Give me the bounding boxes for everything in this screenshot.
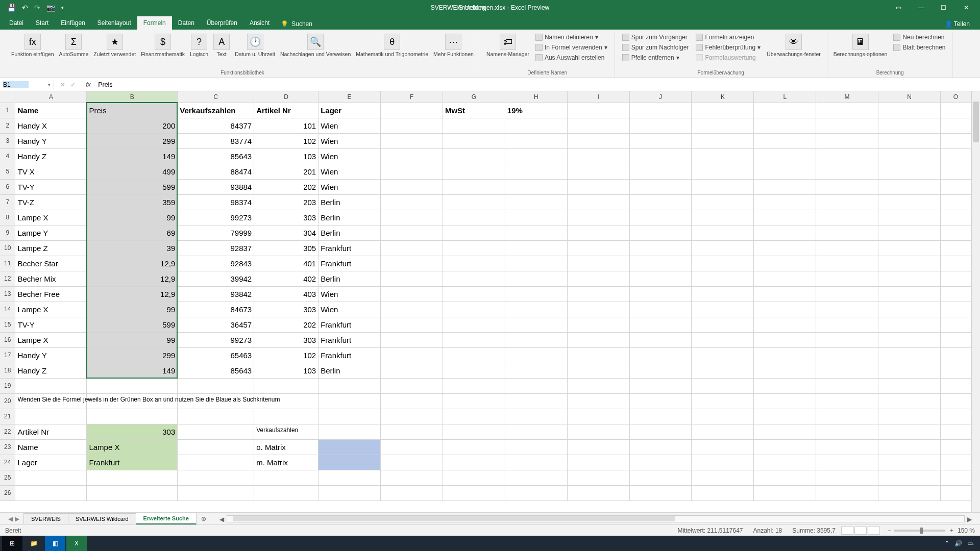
- cell-M26[interactable]: [816, 485, 878, 500]
- cell-H7[interactable]: [505, 194, 567, 210]
- cell-A22[interactable]: Artikel Nr: [15, 424, 87, 439]
- cell-H24[interactable]: [505, 455, 567, 470]
- cell-H14[interactable]: [505, 302, 567, 317]
- cell-F6[interactable]: [381, 179, 443, 194]
- cell-H1[interactable]: 19%: [505, 103, 567, 118]
- cell-I22[interactable]: [567, 424, 629, 439]
- row-header-2[interactable]: 2: [0, 118, 15, 133]
- cell-G12[interactable]: [443, 271, 505, 286]
- cell-N18[interactable]: [878, 363, 941, 378]
- cell-A11[interactable]: Becher Star: [15, 256, 87, 271]
- cell-O24[interactable]: [940, 455, 971, 470]
- cell-L1[interactable]: [754, 103, 816, 118]
- calc-now-button[interactable]: Neu berechnen: [890, 33, 948, 42]
- cell-E20[interactable]: [318, 393, 381, 409]
- cell-F23[interactable]: [381, 439, 443, 455]
- cell-O17[interactable]: [940, 347, 971, 363]
- cell-N21[interactable]: [878, 409, 941, 424]
- tab-ansicht[interactable]: Ansicht: [243, 16, 276, 30]
- cell-F4[interactable]: [381, 148, 443, 164]
- cell-F25[interactable]: [381, 470, 443, 485]
- evaluate-formula-button[interactable]: Formelauswertung: [693, 53, 764, 62]
- cancel-icon[interactable]: ✕: [60, 81, 65, 88]
- zoom-level[interactable]: 150 %: [958, 527, 975, 534]
- name-box-input[interactable]: [3, 81, 29, 88]
- cell-M14[interactable]: [816, 302, 878, 317]
- cell-C26[interactable]: [178, 485, 254, 500]
- cell-E2[interactable]: Wien: [318, 118, 381, 133]
- cell-O25[interactable]: [940, 470, 971, 485]
- cell-L3[interactable]: [754, 133, 816, 148]
- tab-ueberpruefen[interactable]: Überprüfen: [201, 16, 243, 30]
- cell-M19[interactable]: [816, 378, 878, 393]
- cell-J7[interactable]: [629, 194, 692, 210]
- cell-F1[interactable]: [381, 103, 443, 118]
- cell-I1[interactable]: [567, 103, 629, 118]
- add-sheet-button[interactable]: ⊕: [196, 514, 211, 523]
- cell-K20[interactable]: [692, 393, 754, 409]
- cell-N9[interactable]: [878, 225, 941, 240]
- cell-K24[interactable]: [692, 455, 754, 470]
- cell-A16[interactable]: Lampe X: [15, 332, 87, 347]
- cell-J24[interactable]: [629, 455, 692, 470]
- cell-F20[interactable]: [381, 393, 443, 409]
- cell-E9[interactable]: Berlin: [318, 225, 381, 240]
- row-header-7[interactable]: 7: [0, 194, 15, 210]
- more-button[interactable]: ⋯Mehr Funktionen: [431, 33, 476, 58]
- cell-I18[interactable]: [567, 363, 629, 378]
- cell-D2[interactable]: 101: [254, 118, 318, 133]
- cell-K14[interactable]: [692, 302, 754, 317]
- cell-J15[interactable]: [629, 317, 692, 332]
- cell-H4[interactable]: [505, 148, 567, 164]
- cell-D13[interactable]: 403: [254, 286, 318, 302]
- cell-E4[interactable]: Wien: [318, 148, 381, 164]
- cell-K26[interactable]: [692, 485, 754, 500]
- cell-M17[interactable]: [816, 347, 878, 363]
- cell-B4[interactable]: 149: [87, 148, 178, 164]
- cell-H8[interactable]: [505, 210, 567, 225]
- cell-J25[interactable]: [629, 470, 692, 485]
- cell-J19[interactable]: [629, 378, 692, 393]
- cell-A7[interactable]: TV-Z: [15, 194, 87, 210]
- cell-J2[interactable]: [629, 118, 692, 133]
- cell-H22[interactable]: [505, 424, 567, 439]
- cell-B2[interactable]: 200: [87, 118, 178, 133]
- col-header-E[interactable]: E: [318, 91, 381, 103]
- row-header-10[interactable]: 10: [0, 240, 15, 256]
- vertical-scrollbar[interactable]: [971, 91, 980, 512]
- cell-I11[interactable]: [567, 256, 629, 271]
- cell-M6[interactable]: [816, 179, 878, 194]
- cell-C4[interactable]: 85643: [178, 148, 254, 164]
- row-header-14[interactable]: 14: [0, 302, 15, 317]
- cell-D25[interactable]: [254, 470, 318, 485]
- cell-O2[interactable]: [940, 118, 971, 133]
- cell-L5[interactable]: [754, 164, 816, 179]
- cell-A15[interactable]: TV-Y: [15, 317, 87, 332]
- taskbar-excel[interactable]: X: [66, 536, 87, 551]
- formula-input[interactable]: [95, 80, 980, 90]
- cell-G3[interactable]: [443, 133, 505, 148]
- cell-N23[interactable]: [878, 439, 941, 455]
- row-header-5[interactable]: 5: [0, 164, 15, 179]
- cell-M10[interactable]: [816, 240, 878, 256]
- cell-K13[interactable]: [692, 286, 754, 302]
- cell-F7[interactable]: [381, 194, 443, 210]
- cell-N13[interactable]: [878, 286, 941, 302]
- cell-D24[interactable]: m. Matrix: [254, 455, 318, 470]
- cell-O14[interactable]: [940, 302, 971, 317]
- show-formulas-button[interactable]: Formeln anzeigen: [693, 33, 764, 42]
- cell-A23[interactable]: Name: [15, 439, 87, 455]
- cell-B16[interactable]: 99: [87, 332, 178, 347]
- cell-A8[interactable]: Lampe X: [15, 210, 87, 225]
- cell-A10[interactable]: Lampe Z: [15, 240, 87, 256]
- cell-O20[interactable]: [940, 393, 971, 409]
- cell-B8[interactable]: 99: [87, 210, 178, 225]
- row-header-15[interactable]: 15: [0, 317, 15, 332]
- cell-C24[interactable]: [178, 455, 254, 470]
- cell-E23[interactable]: [318, 439, 381, 455]
- cell-A5[interactable]: TV X: [15, 164, 87, 179]
- cell-N17[interactable]: [878, 347, 941, 363]
- cell-J11[interactable]: [629, 256, 692, 271]
- cell-L4[interactable]: [754, 148, 816, 164]
- create-from-sel-button[interactable]: Aus Auswahl erstellen: [532, 53, 610, 62]
